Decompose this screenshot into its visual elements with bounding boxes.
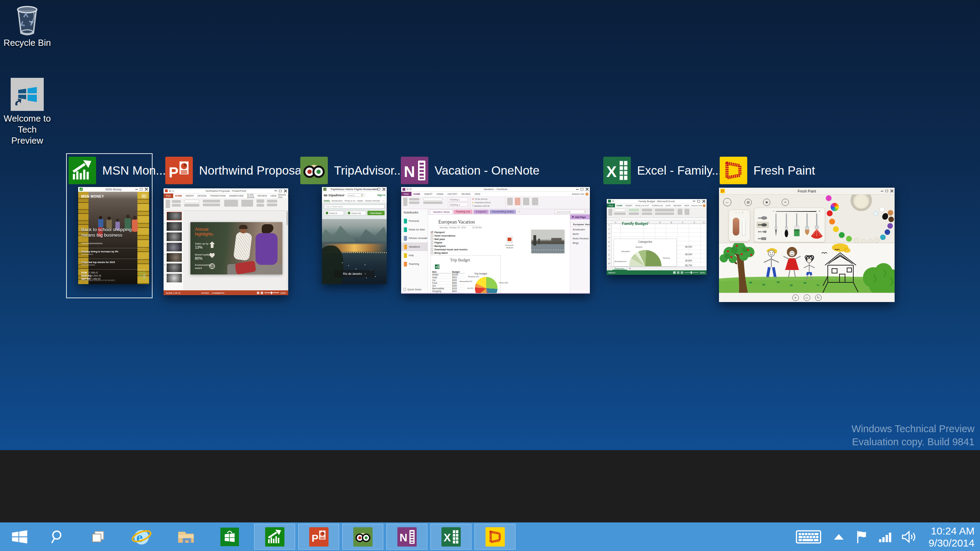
section-coupons[interactable]: Coupons <box>474 210 488 214</box>
checklist-item[interactable]: Download music and movies <box>431 248 468 251</box>
section-packing-list[interactable]: Packing List <box>453 210 472 214</box>
page-item[interactable]: Music Reviews <box>570 236 590 241</box>
notebook-kitchen-remodel[interactable]: Kitchen remodel <box>401 234 428 242</box>
swatch-green[interactable] <box>839 232 845 238</box>
thumbnail-label-freshpaint[interactable]: Fresh Paint <box>720 157 815 184</box>
swatch-purple[interactable] <box>888 223 893 229</box>
glitter-tool[interactable] <box>873 211 878 216</box>
checkbox-checked[interactable]: ✓ <box>431 231 433 234</box>
swatch-empty[interactable] <box>874 237 880 243</box>
swatch-empty[interactable] <box>854 238 859 243</box>
stroke-minus[interactable]: − <box>772 209 774 213</box>
add-page-button[interactable]: ⊕Add Page <box>570 215 590 219</box>
trip-sign-in[interactable]: Sign in <box>377 194 385 196</box>
store-button[interactable] <box>213 522 246 551</box>
formula-input[interactable] <box>621 218 706 220</box>
internet-explorer-button[interactable] <box>125 522 158 551</box>
swatch-tan[interactable] <box>888 210 893 216</box>
new-canvas-button[interactable]: + <box>792 295 799 301</box>
menu-button[interactable]: ≡ <box>782 199 789 206</box>
palette-knife-tool[interactable] <box>742 218 746 236</box>
taskbar-app-msn-money[interactable] <box>254 524 295 549</box>
checklist-item[interactable]: Hotel reservations <box>431 234 455 237</box>
check-in-field[interactable]: Check In <box>324 211 344 215</box>
desktop-icon-welcome[interactable]: Welcome to Tech Preview <box>2 78 53 146</box>
brush-type-3[interactable] <box>757 229 769 235</box>
city-input[interactable]: City or hotel name <box>324 205 385 209</box>
nav-hotels[interactable]: Hotels <box>324 199 330 202</box>
show-hidden-icons-button[interactable] <box>829 522 848 551</box>
size-adjust-icons[interactable]: − ◌ + <box>729 211 749 214</box>
notebook-vacations[interactable]: Vacations <box>401 242 428 251</box>
checklist-item[interactable]: Backpack <box>431 245 445 247</box>
checklist-item[interactable]: ✓Passport <box>431 231 445 234</box>
brush-set[interactable] <box>771 213 824 242</box>
start-button[interactable] <box>5 522 35 551</box>
swatch-red[interactable] <box>827 210 833 216</box>
sheet-nav-icons[interactable]: ‹ › <box>608 268 610 270</box>
frame-button[interactable]: ▭ <box>804 295 810 301</box>
notebook-personal[interactable]: Personal <box>401 217 428 225</box>
back-button[interactable]: ← <box>723 198 731 206</box>
volume-button[interactable] <box>897 522 920 551</box>
page-item[interactable]: Amsterdam <box>570 227 590 232</box>
open-button[interactable]: ▤ <box>745 199 752 206</box>
camera-button[interactable]: ◉ <box>763 199 770 206</box>
taskbar-app-onenote[interactable] <box>387 524 427 549</box>
network-button[interactable] <box>874 522 895 551</box>
stroke-size-slider[interactable] <box>776 211 816 212</box>
checklist-item[interactable]: Rail pass <box>431 238 445 240</box>
dry-paint-button[interactable]: ↻ <box>815 295 822 301</box>
search-button[interactable] <box>43 522 72 551</box>
brush-type-1[interactable] <box>757 215 769 221</box>
thumbnail-label-excel[interactable]: Excel - Family... <box>603 157 722 184</box>
checklist-item[interactable]: Bring tablet <box>431 252 448 254</box>
taskbar-app-powerpoint[interactable] <box>298 524 339 549</box>
check-out-field[interactable]: Check Out <box>346 211 366 215</box>
add-section-icon[interactable]: + <box>517 210 521 213</box>
notebook-kids[interactable]: Kids <box>401 251 428 260</box>
file-explorer-button[interactable] <box>170 522 202 551</box>
swatch-orange[interactable] <box>829 219 835 225</box>
page-item[interactable]: Blogs <box>570 241 590 245</box>
swatch-yellow[interactable] <box>833 226 839 232</box>
window-excel[interactable]: Family Budget - Microsoft Excel FILE HOM… <box>607 199 706 275</box>
window-msn-money[interactable]: MSN Money MSN MONEY Back to school shopp… <box>78 187 149 284</box>
brush-type-4[interactable] <box>757 236 769 242</box>
thumbnail-label-msn[interactable]: MSN Mon... <box>68 157 148 184</box>
onenote-search-box[interactable]: Search (Ctrl+E) <box>555 210 588 213</box>
checkbox[interactable] <box>431 238 433 240</box>
swatch-black-blob[interactable] <box>882 213 888 220</box>
nav-more-icon[interactable]: ••• <box>382 200 385 202</box>
stroke-plus[interactable]: + <box>818 209 820 213</box>
find-hotels-button[interactable]: Find Hotels <box>368 211 385 215</box>
taskbar-clock[interactable]: 10:24 AM 9/30/2014 <box>929 525 975 549</box>
nav-things[interactable]: Things to do <box>344 200 355 202</box>
sheet-tab-expenses[interactable]: Expenses <box>612 267 627 270</box>
notebook-teaching[interactable]: Teaching <box>401 260 428 268</box>
thumbnail-label-onenote[interactable]: Vacation - OneNote <box>401 157 539 184</box>
swatch-magenta[interactable] <box>826 195 832 201</box>
taskbar-app-tripadvisor[interactable] <box>342 524 383 549</box>
eraser-tool[interactable] <box>733 218 739 236</box>
nav-restaurants[interactable]: Restaurants <box>332 200 342 202</box>
brush-type-2-selected[interactable] <box>757 222 769 228</box>
freshpaint-canvas[interactable] <box>719 243 895 293</box>
nav-rentals[interactable]: Vacation Rentals <box>365 200 380 202</box>
notebook-notes-for-alan[interactable]: Notes for Alan <box>401 225 428 234</box>
checkbox[interactable] <box>431 245 433 247</box>
swatch-white[interactable] <box>880 207 885 212</box>
section-housesitting[interactable]: Housesitting Notes <box>490 210 516 214</box>
task-view-button[interactable] <box>84 522 112 551</box>
checkbox[interactable] <box>431 234 433 237</box>
swatch-teal[interactable] <box>880 234 886 240</box>
checklist-item[interactable]: Flights <box>431 241 442 244</box>
thumbnail-label-tripadvisor[interactable]: TripAdvisor... <box>300 157 404 184</box>
photo-caption-bar[interactable]: Rio de Janeiro› <box>334 270 374 277</box>
page-item[interactable]: Berlin <box>570 232 590 236</box>
page-item-selected[interactable]: European Vacation <box>570 222 590 226</box>
swatch-brown[interactable] <box>888 217 894 222</box>
window-powerpoint[interactable]: Northwind Proposal - PowerPoint FILE HOM… <box>164 188 288 295</box>
section-vacation-ideas[interactable]: Vacation Ideas <box>430 209 452 214</box>
action-center-button[interactable] <box>851 522 872 551</box>
